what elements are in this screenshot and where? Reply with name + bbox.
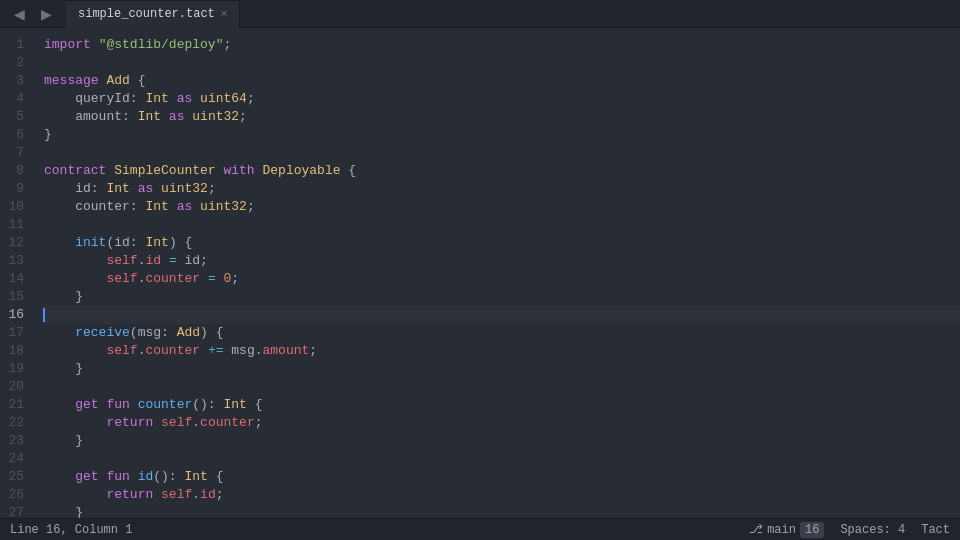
- line-num-7: 7: [0, 144, 36, 162]
- line-num-13: 13: [0, 252, 36, 270]
- statusbar-left: Line 16, Column 1: [10, 523, 132, 537]
- code-line-19: }: [44, 360, 960, 378]
- line-num-6: 6: [0, 126, 36, 144]
- line-num-14: 14: [0, 270, 36, 288]
- code-content[interactable]: import "@stdlib/deploy"; message Add { q…: [36, 28, 960, 518]
- code-line-22: return self.counter;: [44, 414, 960, 432]
- code-line-11: [44, 216, 960, 234]
- language-indicator: Tact: [921, 523, 950, 537]
- code-line-16: [44, 306, 960, 324]
- editor: 1 2 3 4 5 6 7 8 9 10 11 12 13 14 15 16 1…: [0, 28, 960, 518]
- line-num-3: 3: [0, 72, 36, 90]
- line-num-12: 12: [0, 234, 36, 252]
- line-num-17: 17: [0, 324, 36, 342]
- line-num-11: 11: [0, 216, 36, 234]
- code-line-12: init(id: Int) {: [44, 234, 960, 252]
- branch-indicator: ⎇ main 16: [749, 522, 824, 538]
- line-num-26: 26: [0, 486, 36, 504]
- code-line-9: id: Int as uint32;: [44, 180, 960, 198]
- line-num-16: 16: [0, 306, 36, 324]
- spaces-indicator: Spaces: 4: [840, 523, 905, 537]
- code-line-4: queryId: Int as uint64;: [44, 90, 960, 108]
- code-line-25: get fun id(): Int {: [44, 468, 960, 486]
- code-line-26: return self.id;: [44, 486, 960, 504]
- back-button[interactable]: ◀: [8, 4, 31, 24]
- code-line-14: self.counter = 0;: [44, 270, 960, 288]
- branch-name: main: [767, 523, 796, 537]
- line-num-20: 20: [0, 378, 36, 396]
- line-numbers: 1 2 3 4 5 6 7 8 9 10 11 12 13 14 15 16 1…: [0, 28, 36, 518]
- code-line-24: [44, 450, 960, 468]
- line-num-5: 5: [0, 108, 36, 126]
- statusbar: Line 16, Column 1 ⎇ main 16 Spaces: 4 Ta…: [0, 518, 960, 540]
- line-num-18: 18: [0, 342, 36, 360]
- line-num-25: 25: [0, 468, 36, 486]
- line-num-4: 4: [0, 90, 36, 108]
- code-line-8: contract SimpleCounter with Deployable {: [44, 162, 960, 180]
- tab[interactable]: simple_counter.tact ×: [66, 0, 240, 28]
- tab-filename: simple_counter.tact: [78, 7, 215, 21]
- line-num-24: 24: [0, 450, 36, 468]
- cursor-position: Line 16, Column 1: [10, 523, 132, 537]
- line-num-23: 23: [0, 432, 36, 450]
- statusbar-right: ⎇ main 16 Spaces: 4 Tact: [749, 522, 950, 538]
- code-line-1: import "@stdlib/deploy";: [44, 36, 960, 54]
- line-num-15: 15: [0, 288, 36, 306]
- code-line-21: get fun counter(): Int {: [44, 396, 960, 414]
- code-line-20: [44, 378, 960, 396]
- line-num-10: 10: [0, 198, 36, 216]
- code-line-18: self.counter += msg.amount;: [44, 342, 960, 360]
- code-line-3: message Add {: [44, 72, 960, 90]
- branch-num: 16: [800, 522, 824, 538]
- code-line-27: }: [44, 504, 960, 518]
- line-num-22: 22: [0, 414, 36, 432]
- line-num-19: 19: [0, 360, 36, 378]
- titlebar: ◀ ▶ simple_counter.tact ×: [0, 0, 960, 28]
- forward-button[interactable]: ▶: [35, 4, 58, 24]
- code-line-10: counter: Int as uint32;: [44, 198, 960, 216]
- line-num-9: 9: [0, 180, 36, 198]
- line-num-21: 21: [0, 396, 36, 414]
- branch-icon: ⎇: [749, 522, 763, 537]
- code-line-15: }: [44, 288, 960, 306]
- code-line-17: receive(msg: Add) {: [44, 324, 960, 342]
- text-cursor: [43, 308, 45, 322]
- tab-close-button[interactable]: ×: [221, 8, 228, 20]
- code-line-5: amount: Int as uint32;: [44, 108, 960, 126]
- line-num-2: 2: [0, 54, 36, 72]
- line-num-8: 8: [0, 162, 36, 180]
- code-line-23: }: [44, 432, 960, 450]
- code-line-6: }: [44, 126, 960, 144]
- code-line-2: [44, 54, 960, 72]
- line-num-1: 1: [0, 36, 36, 54]
- code-line-7: [44, 144, 960, 162]
- titlebar-controls: ◀ ▶: [8, 4, 58, 24]
- code-line-13: self.id = id;: [44, 252, 960, 270]
- line-num-27: 27: [0, 504, 36, 518]
